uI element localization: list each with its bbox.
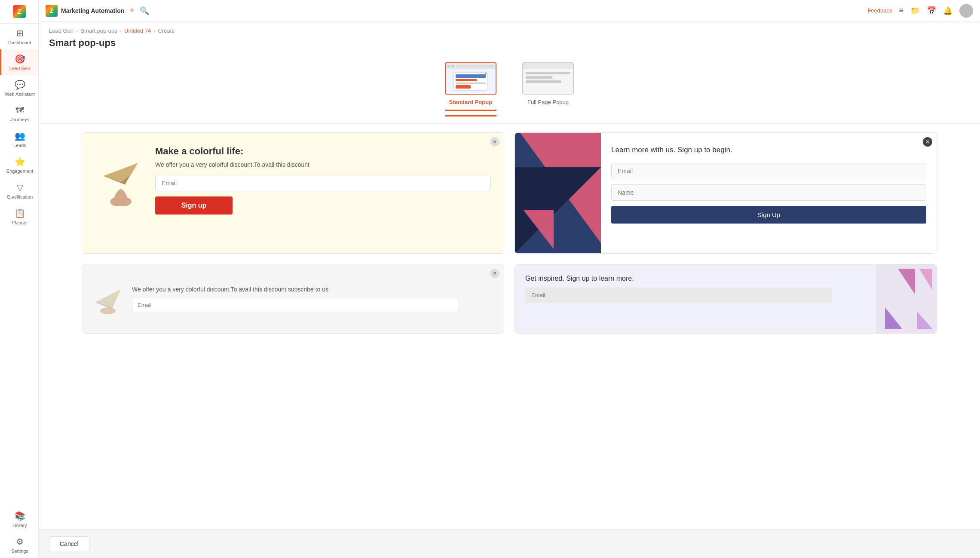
web-assistant-icon: 💬 xyxy=(15,80,25,90)
card3-plane-svg xyxy=(91,281,125,315)
card1-inner: Make a colorful life: We offer you a ver… xyxy=(82,133,504,253)
breadcrumb-leadgen[interactable]: Lead Gen xyxy=(49,28,74,34)
bell-icon[interactable]: 🔔 xyxy=(943,6,952,15)
sidebar-item-label: Engagement xyxy=(6,169,33,174)
template-card-1[interactable]: ✕ xyxy=(82,132,504,254)
sidebar-item-dashboard[interactable]: ⊞ Dashboard xyxy=(0,24,38,49)
page-title: Smart pop-ups xyxy=(39,34,980,55)
sidebar-item-label: Settings xyxy=(11,549,28,554)
popup-box-preview: ● xyxy=(453,72,488,91)
card3-illustration xyxy=(91,281,125,317)
dot1 xyxy=(447,65,450,67)
settings-icon: ⚙ xyxy=(16,537,24,547)
avatar[interactable] xyxy=(959,4,973,18)
breadcrumb-sep1: › xyxy=(76,28,78,34)
card2-name-input[interactable] xyxy=(611,184,926,201)
app-logo: Z xyxy=(0,0,38,24)
card1-title: Make a colorful life: xyxy=(155,146,491,157)
breadcrumb-create: Create xyxy=(158,28,175,34)
library-icon: 📚 xyxy=(15,511,25,521)
sidebar-item-settings[interactable]: ⚙ Settings xyxy=(0,532,38,558)
breadcrumb-smartpopups[interactable]: Smart pop-ups xyxy=(80,28,117,34)
cancel-button[interactable]: Cancel xyxy=(49,537,89,551)
card1-email-input[interactable] xyxy=(155,175,491,191)
sidebar-item-label: Planner xyxy=(12,220,28,225)
breadcrumb: Lead Gen › Smart pop-ups › Untitled 74 ›… xyxy=(39,21,980,34)
card2-email-input[interactable] xyxy=(611,163,926,179)
feedback-link[interactable]: Feedback xyxy=(867,7,892,14)
card2-close-button[interactable]: ✕ xyxy=(923,137,932,147)
lead-gen-icon: 🎯 xyxy=(15,54,25,64)
sidebar-item-planner[interactable]: 📋 Planner xyxy=(0,204,38,230)
popup-type-tabs: ● Standard Popup xyxy=(39,55,980,124)
card2-heading: Learn more with us. Sign up to begin. xyxy=(611,146,926,154)
topbar-left: Z Marketing Automation + 🔍 xyxy=(46,5,149,17)
folder-icon[interactable]: 📁 xyxy=(910,6,920,15)
card2-illustration xyxy=(515,133,601,253)
sidebar-item-leads[interactable]: 👥 Leads xyxy=(0,126,38,152)
list-view-icon[interactable]: ≡ xyxy=(899,6,903,15)
template-card-4[interactable]: Get inspired. Sign up to learn more. xyxy=(514,264,937,334)
sidebar-item-label: Web Assistant xyxy=(5,92,35,97)
svg-point-2 xyxy=(100,307,116,314)
preview-body: ● xyxy=(446,69,496,94)
card3-close-button[interactable]: ✕ xyxy=(490,269,499,278)
sidebar-item-qualification[interactable]: ▽ Qualification xyxy=(0,178,38,204)
card1-close-button[interactable]: ✕ xyxy=(490,137,499,147)
card2-signup-button[interactable]: Sign Up xyxy=(611,206,926,224)
preview-body-full xyxy=(523,69,573,94)
template-card-3[interactable]: ✕ We offer you a very colorful disc xyxy=(82,264,504,334)
calendar-icon[interactable]: 📅 xyxy=(927,6,936,15)
breadcrumb-sep2: › xyxy=(120,28,122,34)
bottom-bar: Cancel xyxy=(39,529,980,558)
active-tab-indicator xyxy=(445,110,496,111)
full-page-preview xyxy=(522,62,574,95)
card4-heading: Get inspired. Sign up to learn more. xyxy=(525,275,866,282)
card3-email-input[interactable] xyxy=(132,298,459,312)
card4-decorations xyxy=(876,264,937,333)
deco-tri-4 xyxy=(917,312,932,329)
engagement-icon: ⭐ xyxy=(15,156,25,167)
card4-email-input[interactable] xyxy=(525,288,832,303)
paper-plane-svg xyxy=(95,146,147,206)
standard-popup-preview: ● xyxy=(445,62,496,95)
preview-button xyxy=(456,85,471,89)
pink-triangle-small xyxy=(524,210,554,249)
geo-background xyxy=(515,133,601,253)
card2-inner: Learn more with us. Sign up to begin. Si… xyxy=(515,133,937,253)
sidebar-item-lead-gen[interactable]: 🎯 Lead Gen xyxy=(0,49,38,75)
preview-bar xyxy=(446,63,496,69)
close-dot: ● xyxy=(484,72,487,76)
card1-signup-button[interactable]: Sign up xyxy=(155,196,233,215)
tab-standard-popup[interactable]: ● Standard Popup xyxy=(445,62,496,117)
full-line1 xyxy=(526,72,570,74)
sidebar-item-label: Leads xyxy=(13,143,26,148)
deco-tri-1 xyxy=(898,269,915,294)
sidebar-item-label: Dashboard xyxy=(8,40,31,45)
sidebar-item-journeys[interactable]: 🗺 Journeys xyxy=(0,101,38,126)
search-icon[interactable]: 🔍 xyxy=(140,6,149,15)
template-card-2[interactable]: ✕ Learn more wi xyxy=(514,132,937,254)
dashboard-icon: ⊞ xyxy=(16,28,24,38)
standard-popup-label: Standard Popup xyxy=(449,99,492,105)
card2-content: Learn more with us. Sign up to begin. Si… xyxy=(601,133,937,253)
add-icon[interactable]: + xyxy=(129,6,135,15)
card1-illustration xyxy=(95,146,147,206)
tab-full-page-popup[interactable]: Full Page Popup xyxy=(522,62,574,117)
sidebar-item-library[interactable]: 📚 Library xyxy=(0,506,38,532)
full-line3 xyxy=(526,80,561,83)
breadcrumb-untitled[interactable]: Untitled 74 xyxy=(124,28,151,34)
deco-tri-3 xyxy=(885,307,902,329)
card1-description: We offer you a very colorful discount.To… xyxy=(155,161,491,168)
zoho-logo-box: Z xyxy=(46,5,58,17)
breadcrumb-sep3: › xyxy=(153,28,155,34)
card1-content: Make a colorful life: We offer you a ver… xyxy=(155,146,491,215)
sidebar-item-web-assistant[interactable]: 💬 Web Assistant xyxy=(0,75,38,101)
sidebar-item-engagement[interactable]: ⭐ Engagement xyxy=(0,152,38,178)
qualification-icon: ▽ xyxy=(17,182,23,193)
topbar: Z Marketing Automation + 🔍 Feedback ≡ 📁 … xyxy=(39,0,980,21)
preview-line-gray xyxy=(456,83,486,84)
full-line2 xyxy=(526,76,552,79)
sidebar: Z ⊞ Dashboard 🎯 Lead Gen 💬 Web Assistant… xyxy=(0,0,39,558)
app-name: Marketing Automation xyxy=(61,7,124,14)
